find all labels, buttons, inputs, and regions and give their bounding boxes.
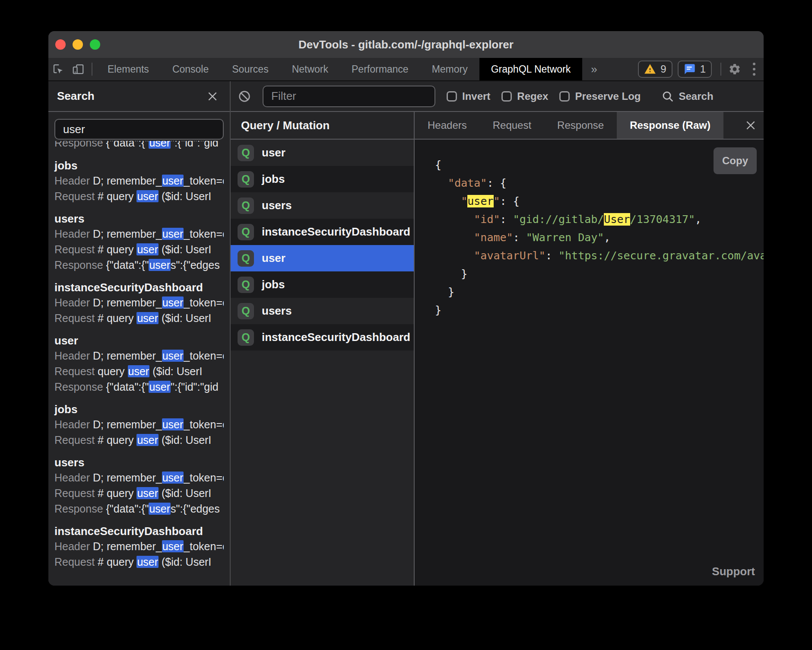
checkbox[interactable]: [447, 91, 457, 102]
search-result-line[interactable]: Header D; remember_user_token=e: [54, 538, 224, 554]
search-result-line[interactable]: Request # query user ($id: UserI: [54, 310, 224, 326]
query-list-item-label: user: [262, 146, 285, 159]
search-result-group-title[interactable]: users: [54, 212, 224, 226]
response-tab-response-raw-[interactable]: Response (Raw): [617, 112, 723, 139]
regex-checkbox[interactable]: Regex: [501, 90, 548, 102]
query-list-item-label: user: [262, 252, 285, 265]
response-panel: HeadersRequestResponseResponse (Raw) { "…: [415, 112, 764, 586]
search-result-group-title[interactable]: instanceSecurityDashboard: [54, 280, 224, 295]
tab-console[interactable]: Console: [161, 58, 220, 80]
gear-icon[interactable]: [725, 58, 745, 80]
json-line: }: [435, 265, 764, 283]
query-list-item[interactable]: Qusers: [231, 298, 414, 324]
search-result-group-title[interactable]: jobs: [54, 159, 224, 173]
search-result-line[interactable]: Header D; remember_user_token=e: [54, 470, 224, 485]
json-line: "id": "gid://gitlab/User/13704317",: [435, 210, 764, 229]
network-filter-bar: Invert Regex Preserve Log Search: [231, 81, 764, 112]
search-result-group-title[interactable]: jobs: [54, 402, 224, 417]
more-tabs-chevron-icon[interactable]: »: [582, 58, 606, 80]
query-type-badge: Q: [238, 250, 254, 267]
query-list-item[interactable]: Qjobs: [231, 271, 414, 298]
search-input[interactable]: [54, 119, 224, 140]
search-icon: [661, 90, 674, 103]
json-line: }: [435, 283, 764, 301]
query-type-badge: Q: [238, 198, 254, 214]
search-result-group-title[interactable]: user: [54, 334, 224, 348]
support-link[interactable]: Support: [712, 562, 755, 580]
search-toggle[interactable]: Search: [661, 90, 713, 103]
search-result-line[interactable]: Header D; remember_user_token=e: [54, 226, 224, 242]
search-panel-title: Search: [57, 89, 95, 103]
response-tab-request[interactable]: Request: [480, 112, 544, 139]
close-icon[interactable]: [204, 88, 221, 105]
warning-icon: [644, 63, 656, 75]
tab-graphql-network[interactable]: GraphQL Network: [479, 58, 583, 80]
close-traffic-light[interactable]: [55, 39, 66, 50]
query-mutation-panel: Query / Mutation QuserQjobsQusersQinstan…: [231, 112, 415, 586]
chat-icon: [684, 63, 696, 75]
toolbar-separator: [720, 63, 721, 76]
preserve-log-checkbox[interactable]: Preserve Log: [559, 90, 641, 102]
query-type-badge: Q: [238, 171, 254, 188]
search-result-line[interactable]: Response {"data":{"users":{"edges: [54, 257, 224, 273]
search-result-line[interactable]: Header D; remember_user_token=e: [54, 348, 224, 363]
json-line: "user": {: [435, 192, 764, 210]
search-result-group-title[interactable]: instanceSecurityDashboard: [54, 524, 224, 538]
query-list-item[interactable]: Quser: [231, 140, 414, 166]
query-list-item[interactable]: Quser: [231, 245, 414, 271]
response-tab-headers[interactable]: Headers: [415, 112, 480, 139]
search-result-line[interactable]: Response {"data":{"user":{"id":"gid: [54, 379, 224, 395]
json-line: "avatarUrl": "https://secure.gravatar.co…: [435, 247, 764, 265]
search-result-line[interactable]: Header D; remember_user_token=e: [54, 295, 224, 310]
query-list-item[interactable]: QinstanceSecurityDashboard: [231, 219, 414, 245]
zoom-traffic-light[interactable]: [90, 39, 100, 50]
issues-badge[interactable]: 1: [678, 61, 712, 78]
search-result-line[interactable]: Header D; remember_user_token=e: [54, 417, 224, 432]
inspect-cursor-icon[interactable]: [48, 58, 68, 80]
tab-network[interactable]: Network: [280, 58, 340, 80]
query-type-badge: Q: [238, 277, 254, 293]
block-icon[interactable]: [238, 89, 251, 103]
tab-memory[interactable]: Memory: [420, 58, 479, 80]
search-result-line[interactable]: Request # query user ($id: UserI: [54, 242, 224, 257]
search-result-group-title[interactable]: users: [54, 456, 224, 470]
query-list-item[interactable]: Qusers: [231, 192, 414, 219]
search-result-line[interactable]: Response {"data":{"users":{"edges: [54, 501, 224, 516]
query-type-badge: Q: [238, 329, 254, 346]
search-result-line[interactable]: Request query user ($id: UserI: [54, 363, 224, 379]
search-result-line[interactable]: Request # query user ($id: UserI: [54, 485, 224, 501]
query-list-item[interactable]: QinstanceSecurityDashboard: [231, 324, 414, 350]
query-list-item-label: instanceSecurityDashboard: [262, 225, 410, 239]
query-list-item[interactable]: Qjobs: [231, 166, 414, 192]
response-tab-response[interactable]: Response: [544, 112, 617, 139]
devtools-window: DevTools - gitlab.com/-/graphql-explorer…: [48, 31, 764, 586]
more-options-icon[interactable]: [745, 58, 764, 80]
copy-button[interactable]: Copy: [714, 147, 757, 174]
search-result-line[interactable]: Request # query user ($id: UserI: [54, 554, 224, 570]
query-list-item-label: users: [262, 199, 292, 212]
device-toolbar-icon[interactable]: [68, 58, 88, 80]
json-response: { "data": { "user": { "id": "gid://gitla…: [435, 156, 764, 319]
devtools-tabs: ElementsConsoleSourcesNetworkPerformance…: [96, 58, 582, 80]
tab-sources[interactable]: Sources: [220, 58, 280, 80]
checkbox[interactable]: [501, 91, 512, 102]
search-result-line[interactable]: Request # query user ($id: UserI: [54, 432, 224, 448]
tab-elements[interactable]: Elements: [96, 58, 161, 80]
search-results: jobsHeader D; remember_user_token=eReque…: [54, 159, 224, 570]
response-raw-body: { "data": { "user": { "id": "gid://gitla…: [415, 140, 764, 586]
search-result-line[interactable]: Request # query user ($id: UserI: [54, 188, 224, 204]
invert-checkbox[interactable]: Invert: [447, 90, 490, 102]
warnings-badge[interactable]: 9: [638, 61, 672, 78]
response-tabs: HeadersRequestResponseResponse (Raw): [415, 112, 764, 140]
search-result-line[interactable]: Response {"data":{"user":{"id":"gid: [54, 141, 224, 150]
filter-input[interactable]: [263, 86, 435, 107]
checkbox[interactable]: [559, 91, 570, 102]
json-line: }: [435, 301, 764, 319]
close-icon[interactable]: [738, 112, 764, 139]
query-type-badge: Q: [238, 303, 254, 319]
search-result-line[interactable]: Header D; remember_user_token=e: [54, 173, 224, 188]
tab-performance[interactable]: Performance: [340, 58, 420, 80]
search-panel: Search Response {"data":{"user":{"id":"g…: [48, 81, 231, 586]
minimize-traffic-light[interactable]: [73, 39, 83, 50]
query-list-item-label: jobs: [262, 172, 285, 186]
